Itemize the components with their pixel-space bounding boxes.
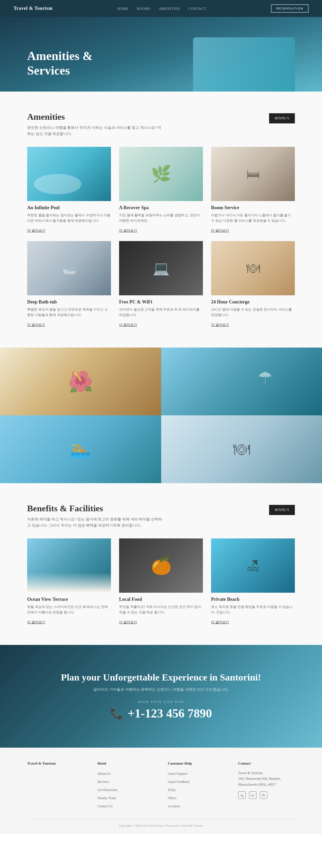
cta-book-label: BOOK YOUR STAY NOW (14, 700, 308, 704)
footer-link-offers[interactable]: Offers (168, 796, 176, 800)
benefits-book-button[interactable]: 예약하기 (269, 505, 295, 515)
benefit-image-terrace (27, 538, 111, 593)
amenities-title: Amenities (27, 112, 163, 122)
amenity-desc-spa: 지친 몸에 활력을 되찾아주는 스파를 경험하고, 잔잔가 여행한 라이프에요. (119, 213, 203, 223)
footer-help-links: Guest Support Guest Feedback FAQs Offers… (168, 770, 225, 809)
amenity-image-pool (27, 147, 111, 201)
amenity-image-room (211, 147, 295, 201)
footer-hotel-title: Hotel (97, 761, 154, 765)
benefits-title: Benefits & Facilities (27, 504, 163, 514)
reservation-button[interactable]: RESERVATION (271, 4, 308, 13)
twitter-icon[interactable]: tw (249, 791, 257, 799)
footer-link-nearby[interactable]: Nearby Visits (97, 796, 116, 800)
hero-section: Amenities & Services (0, 17, 322, 92)
footer-link-about[interactable]: About Us (97, 772, 111, 775)
benefit-link-beach[interactable]: 더 알아보기 (211, 620, 229, 625)
footer-link-feedback[interactable]: Guest Feedback (168, 780, 190, 784)
hero-decoration (193, 37, 295, 92)
footer-hotel-links: About Us Reviews Get Directions Nearby V… (97, 770, 154, 809)
benefit-desc-food: 무엇을 먹를까요? 저희 리서지는 신선한 친근 먹지 없이 먹을 수 있는 것… (119, 604, 203, 615)
amenities-header: Amenities 편안한 산토리니 여행을 통해서 멋지게 더하는 사설과 서… (27, 112, 295, 147)
amenity-link-concierge[interactable]: 더 알아보기 (211, 322, 229, 327)
amenity-image-pc (119, 241, 203, 295)
amenity-link-room[interactable]: 더 알아보기 (211, 228, 229, 233)
footer-link-faqs[interactable]: FAQs (168, 788, 176, 792)
benefit-card-food: Local Food 무엇을 먹를까요? 저희 리서지는 신선한 친근 먹지 없… (119, 538, 203, 625)
footer-link-support[interactable]: Guest Support (168, 772, 188, 775)
amenity-image-bathtub (27, 241, 111, 295)
amenity-card-bathtub: Deep Bath-tub 특별한 욕조의 몸을 담그고 여유로운 목욕을 가지… (27, 241, 111, 327)
footer-brand-title: Travel & Tourism (27, 761, 84, 765)
benefit-title-beach: Private Beach (211, 597, 295, 602)
phone-number: +1-123 456 7890 (128, 706, 212, 721)
benefit-link-food[interactable]: 더 알아보기 (119, 620, 137, 625)
amenity-card-spa: A Recover Spa 지친 몸에 활력을 되찾아주는 스파를 경험하고, … (119, 147, 203, 233)
nav-home[interactable]: HOME (117, 7, 129, 11)
facebook-icon[interactable]: fb (260, 791, 267, 799)
footer-copyright: Copyright © 2024 Travel & Tourism | Powe… (27, 819, 295, 827)
footer-col-brand: Travel & Tourism (27, 761, 84, 809)
amenity-card-pc: Free PC & WiFi 인터넷이 필요한 고객을 위해 무료로 PC와 와… (119, 241, 203, 327)
amenity-card-room: Room Service 어렵거나 어디서 가든 돌아가서 느릅에서 즐기를 줄… (211, 147, 295, 233)
amenity-title-bathtub: Deep Bath-tub (27, 299, 111, 305)
footer-col-help: Customer Help Guest Support Guest Feedba… (168, 761, 225, 809)
benefits-grid: Ocean View Terrace 호텔 옥상의 있는 스카이라인은 오션 뷰… (27, 538, 295, 625)
benefits-header-left: Benefits & Facilities 저희에 예약을 하고 계시나요? 믿… (27, 504, 163, 538)
gallery-image-3 (0, 415, 161, 483)
amenity-desc-pc: 인터넷이 필요한 고객을 위해 무료로 PC와 와이파이를 제공합니다. (119, 307, 203, 318)
benefit-image-beach (211, 538, 295, 593)
footer-link-contact[interactable]: Contact Us (97, 804, 113, 808)
footer-link-reviews[interactable]: Reviews (97, 780, 109, 784)
amenity-link-bathtub[interactable]: 더 알아보기 (27, 322, 45, 327)
site-header: Travel & Tourism HOME ROOMS AMENITIES CO… (0, 0, 322, 17)
amenity-title-room: Room Service (211, 205, 295, 211)
amenity-link-spa[interactable]: 더 알아보기 (119, 228, 137, 233)
amenity-link-pool[interactable]: 더 알아보기 (27, 228, 45, 233)
amenities-grid: An Infinite Pool 무한한 풀을 즐거워는 잠다로는 물에서 수영… (27, 147, 295, 327)
benefit-title-food: Local Food (119, 597, 203, 602)
cta-desc: 알리미리 가까들로 여행하는 완벽하는 산토리니 여행을 내면은 이리 드리겠습… (14, 687, 308, 692)
amenity-title-pc: Free PC & WiFi (119, 299, 203, 305)
benefit-desc-terrace: 호텔 옥상의 있는 스카이라인은 오션 뷰 테라스는 전에 만에서 아름다운 전… (27, 604, 111, 615)
footer-col-contact: Contact Travel & Tourism, 2811 Nelsonvil… (238, 761, 295, 809)
amenity-card-concierge: 24 Hour Concierge 24시간 몸에 이용할 수 있는 친절한 컨… (211, 241, 295, 327)
amenities-section: Amenities 편안한 산토리니 여행을 통해서 멋지게 더하는 사설과 서… (0, 92, 322, 348)
footer-address: Travel & Tourism, 2811 Nelsonville Hill,… (238, 770, 295, 787)
benefit-image-food (119, 538, 203, 593)
nav-amenities[interactable]: AMENITIES (159, 7, 180, 11)
cta-section: Plan your Unforgettable Experience in Sa… (0, 645, 322, 748)
amenity-link-pc[interactable]: 더 알아보기 (119, 322, 137, 327)
footer-contact-title: Contact (238, 761, 295, 765)
cta-phone: 📞 +1-123 456 7890 (14, 706, 308, 721)
gallery-section (0, 348, 322, 483)
amenity-desc-bathtub: 특별한 욕조의 몸을 담그고 여유로운 목욕을 가지고 소중한 사람들과 함께 … (27, 307, 111, 318)
gallery-image-4 (161, 415, 322, 483)
footer-grid: Travel & Tourism Hotel About Us Reviews … (27, 761, 295, 809)
benefit-title-terrace: Ocean View Terrace (27, 597, 111, 602)
amenity-title-pool: An Infinite Pool (27, 205, 111, 211)
footer-social: ig tw fb (238, 791, 295, 799)
amenity-desc-pool: 무한한 풀을 즐거워는 잠다로는 물에서 수영하거나 아름다운 테라스에서 즐거… (27, 213, 111, 223)
nav-rooms[interactable]: ROOMS (137, 7, 151, 11)
amenities-book-button[interactable]: 예약하기 (269, 113, 295, 123)
gallery-image-2 (161, 348, 322, 415)
footer-help-title: Customer Help (168, 761, 225, 765)
benefit-link-terrace[interactable]: 더 알아보기 (27, 620, 45, 625)
benefits-section: Benefits & Facilities 저희에 예약을 하고 계시나요? 믿… (0, 483, 322, 645)
nav-contact[interactable]: CONTACT (188, 7, 206, 11)
hero-title: Amenities & Services (27, 49, 93, 78)
amenities-desc: 편안한 산토리니 여행을 통해서 멋지게 더하는 사설과 서비스를 찾고 계시나… (27, 125, 163, 137)
benefits-header: Benefits & Facilities 저희에 예약을 하고 계시나요? 믿… (27, 504, 295, 538)
benefit-card-terrace: Ocean View Terrace 호텔 옥상의 있는 스카이라인은 오션 뷰… (27, 538, 111, 625)
amenity-title-spa: A Recover Spa (119, 205, 203, 211)
amenity-desc-concierge: 24시간 몸에 이용할 수 있는 친절한 컨시어지 서비스를 제공합니다. (211, 307, 295, 318)
amenities-header-left: Amenities 편안한 산토리니 여행을 통해서 멋지게 더하는 사설과 서… (27, 112, 163, 147)
amenity-desc-room: 어렵거나 어디서 가든 돌아가서 느릅에서 즐기를 줄기 수 있는 다양한 룸 … (211, 213, 295, 223)
footer-link-directions[interactable]: Get Directions (97, 788, 117, 792)
instagram-icon[interactable]: ig (238, 791, 246, 799)
footer-col-hotel: Hotel About Us Reviews Get Directions Ne… (97, 761, 154, 809)
site-logo: Travel & Tourism (14, 6, 53, 11)
gallery-image-1 (0, 348, 161, 415)
amenity-image-spa (119, 147, 203, 201)
footer-link-location[interactable]: Location (168, 804, 180, 808)
